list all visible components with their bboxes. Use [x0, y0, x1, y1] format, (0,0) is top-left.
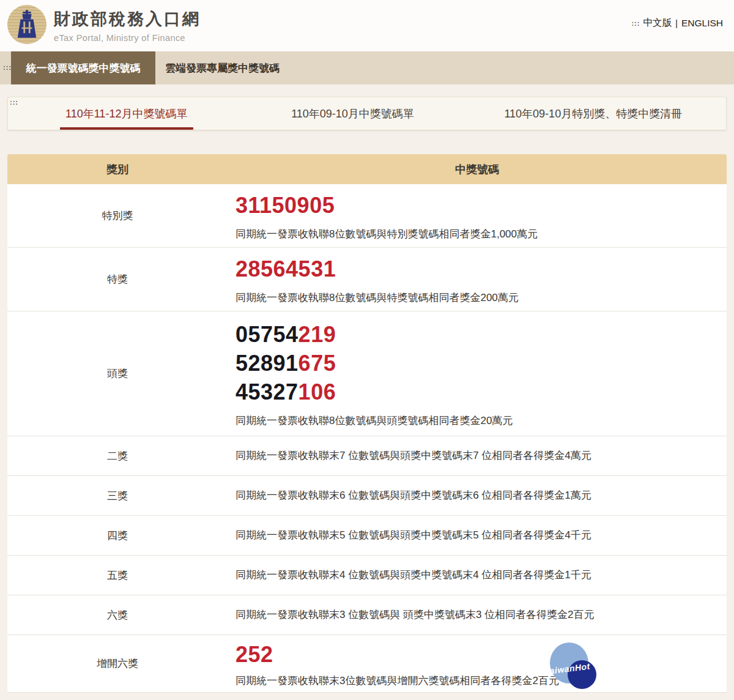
prize-description: 同期統一發票收執聯8位數號碼與特獎號碼相同者獎金200萬元	[235, 292, 714, 304]
winning-number: 05754219	[235, 320, 714, 349]
site-header: 財政部稅務入口網 eTax Portal, Ministry of Financ…	[0, 0, 734, 51]
number-suffix: 252	[235, 642, 273, 667]
number-suffix: 28564531	[235, 256, 336, 281]
table-row-grand-prize: 特獎 28564531 同期統一發票收執聯8位數號碼與特獎號碼相同者獎金200萬…	[7, 248, 727, 311]
active-tab-underline	[60, 127, 193, 130]
prize-label: 特獎	[7, 248, 228, 311]
prize-content: 28564531 同期統一發票收執聯8位數號碼與特獎號碼相同者獎金200萬元	[228, 248, 727, 311]
main-tabbar: ::: 統一發票號碼獎中獎號碼 雲端發票專屬獎中獎號碼	[0, 51, 734, 84]
table-row-first-prize: 頭獎 05754219 52891675 45327106 同期統一發票收執聯8…	[7, 311, 727, 436]
tab-cloud-invoice-numbers[interactable]: 雲端發票專屬獎中獎號碼	[155, 51, 289, 84]
prize-description: 同期統一發票收執聯末6 位數號碼與頭獎中獎號碼末6 位相同者各得獎金1萬元	[235, 490, 714, 502]
prize-description: 同期統一發票收執聯末7 位數號碼與頭獎中獎號碼末7 位相同者各得獎金4萬元	[235, 450, 714, 462]
accesskey-icon[interactable]: :::	[3, 64, 12, 71]
prize-label: 特別獎	[7, 184, 228, 247]
table-row-second-prize: 二獎 同期統一發票收執聯末7 位數號碼與頭獎中獎號碼末7 位相同者各得獎金4萬元	[7, 436, 727, 476]
prize-label: 五獎	[7, 556, 228, 595]
prize-content: 31150905 同期統一發票收執聯8位數號碼與特別獎號碼相同者獎金1,000萬…	[228, 184, 727, 247]
winning-number: 45327106	[235, 378, 714, 406]
site-title: 財政部稅務入口網	[54, 8, 201, 30]
lang-divider: |	[675, 18, 678, 29]
prize-content: 252 同期統一發票收執聯末3位數號碼與增開六獎號碼相同者各得獎金2百元	[228, 635, 727, 692]
prize-label: 六獎	[7, 595, 228, 635]
table-body: 特別獎 31150905 同期統一發票收執聯8位數號碼與特別獎號碼相同者獎金1,…	[7, 184, 727, 693]
table-row-fifth-prize: 五獎 同期統一發票收執聯末4 位數號碼與頭獎中獎號碼末4 位相同者各得獎金1千元	[7, 556, 727, 595]
winning-number: 28564531	[235, 255, 714, 283]
number-suffix: 219	[298, 322, 336, 347]
lang-chinese-link[interactable]: 中文版	[643, 17, 672, 29]
number-suffix: 31150905	[235, 193, 335, 218]
prize-label: 頭獎	[7, 311, 228, 436]
number-prefix: 52891	[235, 351, 298, 376]
prize-description: 同期統一發票收執聯末5 位數號碼與頭獎中獎號碼末5 位相同者各得獎金4千元	[235, 529, 714, 542]
table-row-sixth-prize: 六獎 同期統一發票收執聯末3 位數號碼與 頭獎中獎號碼末3 位相同者各得獎金2百…	[7, 595, 727, 635]
table-row-additional-sixth-prize: 增開六獎 252 同期統一發票收執聯末3位數號碼與增開六獎號碼相同者各得獎金2百…	[7, 635, 727, 693]
number-prefix: 45327	[235, 379, 298, 404]
subtab-label: 110年11-12月中獎號碼單	[65, 106, 187, 121]
winning-numbers-table: 獎別 中獎號碼 特別獎 31150905 同期統一發票收執聯8位數號碼與特別獎號…	[7, 154, 727, 693]
site-title-block: 財政部稅務入口網 eTax Portal, Ministry of Financ…	[54, 8, 201, 43]
subtab-110-09-10-special-list[interactable]: 110年09-10月特別獎、特獎中獎清冊	[461, 97, 726, 130]
col-header-winning-number: 中獎號碼	[228, 162, 727, 177]
winning-number: 252	[235, 641, 714, 669]
number-prefix: 05754	[235, 322, 298, 347]
site-subtitle: eTax Portal, Ministry of Finance	[54, 33, 201, 43]
subtab-110-09-10[interactable]: 110年09-10月中獎號碼單	[245, 97, 460, 130]
accesskey-icon[interactable]: :::	[631, 20, 640, 27]
prize-content: 同期統一發票收執聯末6 位數號碼與頭獎中獎號碼末6 位相同者各得獎金1萬元	[228, 476, 727, 515]
table-row-third-prize: 三獎 同期統一發票收執聯末6 位數號碼與頭獎中獎號碼末6 位相同者各得獎金1萬元	[7, 476, 727, 516]
col-header-prize: 獎別	[7, 162, 228, 177]
number-suffix: 675	[298, 351, 336, 376]
prize-label: 三獎	[7, 476, 228, 515]
prize-description: 同期統一發票收執聯8位數號碼與頭獎號碼相同者獎金20萬元	[235, 415, 714, 427]
lang-english-link[interactable]: ENGLISH	[681, 18, 723, 29]
winning-number-list: 05754219 52891675 45327106	[235, 320, 714, 406]
subtab-110-11-12[interactable]: 110年11-12月中獎號碼單	[8, 97, 245, 130]
prize-label: 四獎	[7, 516, 228, 555]
table-row-special-prize: 特別獎 31150905 同期統一發票收執聯8位數號碼與特別獎號碼相同者獎金1,…	[7, 184, 727, 248]
winning-number: 31150905	[235, 192, 714, 220]
prize-content: 同期統一發票收執聯末3 位數號碼與 頭獎中獎號碼末3 位相同者各得獎金2百元	[228, 595, 727, 635]
prize-content: 同期統一發票收執聯末5 位數號碼與頭獎中獎號碼末5 位相同者各得獎金4千元	[228, 516, 727, 555]
prize-content: 同期統一發票收執聯末7 位數號碼與頭獎中獎號碼末7 位相同者各得獎金4萬元	[228, 436, 727, 475]
mof-logo	[7, 5, 46, 44]
prize-description: 同期統一發票收執聯末3 位數號碼與 頭獎中獎號碼末3 位相同者各得獎金2百元	[235, 609, 714, 621]
number-suffix: 106	[298, 379, 336, 404]
prize-description: 同期統一發票收執聯8位數號碼與特別獎號碼相同者獎金1,000萬元	[235, 228, 714, 240]
table-row-fourth-prize: 四獎 同期統一發票收執聯末5 位數號碼與頭獎中獎號碼末5 位相同者各得獎金4千元	[7, 516, 727, 556]
prize-description: 同期統一發票收執聯末3位數號碼與增開六獎號碼相同者各得獎金2百元	[235, 675, 714, 687]
subtab-label: 110年09-10月特別獎、特獎中獎清冊	[504, 106, 682, 121]
winning-number: 52891675	[235, 349, 714, 378]
table-header-row: 獎別 中獎號碼	[7, 154, 727, 184]
prize-description: 同期統一發票收執聯末4 位數號碼與頭獎中獎號碼末4 位相同者各得獎金1千元	[235, 569, 714, 581]
tab-uniform-invoice-numbers[interactable]: 統一發票號碼獎中獎號碼	[11, 51, 155, 84]
prize-label: 增開六獎	[7, 635, 228, 692]
prize-content: 同期統一發票收執聯末4 位數號碼與頭獎中獎號碼末4 位相同者各得獎金1千元	[228, 556, 727, 595]
prize-content: 05754219 52891675 45327106 同期統一發票收執聯8位數號…	[228, 311, 727, 436]
subtab-label: 110年09-10月中獎號碼單	[291, 106, 414, 121]
language-switcher: ::: 中文版 | ENGLISH	[631, 17, 723, 29]
prize-label: 二獎	[7, 436, 228, 475]
mof-emblem-icon	[15, 10, 39, 39]
period-subtabs: ::: 110年11-12月中獎號碼單 110年09-10月中獎號碼單 110年…	[7, 97, 727, 130]
